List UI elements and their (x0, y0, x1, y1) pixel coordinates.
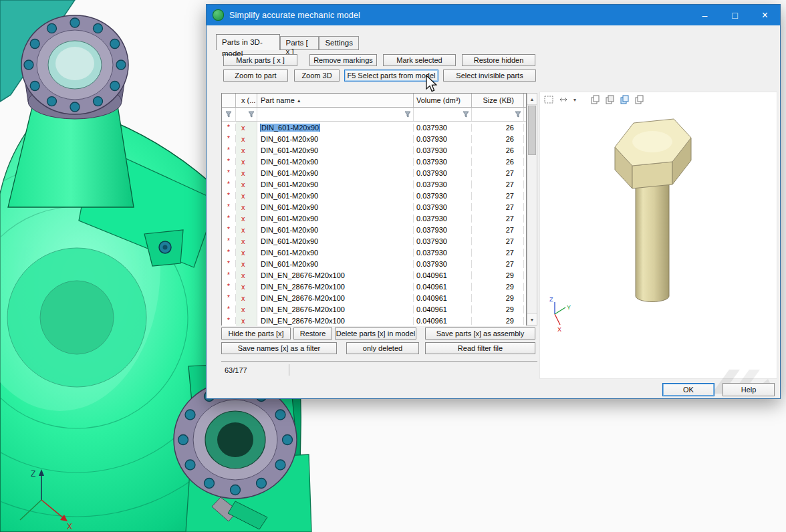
cell-marker[interactable]: * (222, 226, 236, 233)
cell-size[interactable]: 27 (472, 169, 524, 177)
cell-marker[interactable]: * (222, 169, 236, 176)
close-button[interactable]: × (750, 5, 780, 25)
select-parts-from-model-button[interactable]: F5 Select parts from model (344, 70, 438, 82)
cell-x[interactable]: x (236, 122, 257, 133)
cell-part-name[interactable]: DIN_601-M20x90 (257, 146, 414, 154)
remove-markings-button[interactable]: Remove markings (309, 54, 377, 66)
cell-volume[interactable]: 0.040961 (414, 305, 472, 313)
header-size[interactable]: Size (KB) (472, 94, 524, 107)
tab-parts-in-3d-model[interactable]: Parts in 3D-model (216, 34, 280, 50)
tab-parts-x[interactable]: Parts [ x ] (280, 36, 319, 49)
cell-size[interactable]: 27 (472, 226, 524, 234)
table-row[interactable]: *xDIN_EN_28676-M20x1000.04096129 (222, 292, 526, 303)
filter-size[interactable] (472, 108, 524, 121)
cell-marker[interactable]: * (222, 135, 236, 142)
filter-part-name[interactable] (257, 108, 414, 121)
table-row[interactable]: *xDIN_601-M20x900.03793026 (222, 122, 526, 133)
cell-volume[interactable]: 0.037930 (414, 203, 472, 211)
dropdown-caret-icon[interactable]: ▾ (571, 97, 579, 103)
cell-size[interactable]: 27 (472, 260, 524, 268)
cell-x[interactable]: x (236, 303, 257, 315)
table-row[interactable]: *xDIN_601-M20x900.03793027 (222, 190, 526, 201)
cell-volume[interactable]: 0.037930 (414, 169, 472, 177)
restore-button[interactable]: Restore (293, 327, 332, 340)
filter-marker[interactable] (222, 108, 236, 121)
header-x[interactable]: x (... (236, 94, 257, 107)
cell-size[interactable]: 26 (472, 135, 524, 143)
zoom-3d-button[interactable]: Zoom 3D (294, 70, 340, 82)
cell-part-name[interactable]: DIN_601-M20x90 (257, 180, 414, 188)
cell-volume[interactable]: 0.040961 (414, 317, 472, 325)
cell-volume[interactable]: 0.037930 (414, 180, 472, 188)
header-part-name[interactable]: Part name ▲ (257, 94, 414, 107)
cell-part-name[interactable]: DIN_601-M20x90 (257, 249, 414, 257)
cell-x[interactable]: x (236, 213, 257, 224)
cell-marker[interactable]: * (222, 249, 236, 256)
table-row[interactable]: *xDIN_601-M20x900.03793027 (222, 235, 526, 247)
cell-part-name[interactable]: DIN_601-M20x90 (257, 226, 414, 234)
table-row[interactable]: *xDIN_601-M20x900.03793027 (222, 258, 526, 269)
cell-x[interactable]: x (236, 156, 257, 167)
duplicate-view-icon[interactable] (603, 94, 618, 105)
cell-size[interactable]: 27 (472, 180, 524, 188)
hide-parts-button[interactable]: Hide the parts [x] (221, 327, 291, 340)
cell-x[interactable]: x (236, 315, 257, 326)
cell-x[interactable]: x (236, 269, 257, 281)
cell-marker[interactable]: * (222, 215, 236, 222)
filter-x[interactable] (236, 108, 257, 121)
cell-part-name[interactable]: DIN_EN_28676-M20x100 (257, 283, 414, 291)
copy-view-icon[interactable] (588, 94, 603, 105)
cell-x[interactable]: x (236, 281, 257, 292)
cell-x[interactable]: x (236, 178, 257, 190)
cell-part-name[interactable]: DIN_601-M20x90 (257, 169, 414, 177)
minimize-button[interactable]: – (690, 5, 720, 25)
cell-volume[interactable]: 0.037930 (414, 124, 472, 132)
cell-marker[interactable]: * (222, 192, 236, 199)
cell-marker[interactable]: * (222, 294, 236, 301)
cell-part-name[interactable]: DIN_601-M20x90 (257, 124, 414, 132)
cell-size[interactable]: 29 (472, 305, 524, 313)
cell-size[interactable]: 27 (472, 249, 524, 257)
cell-volume[interactable]: 0.037930 (414, 226, 472, 234)
cell-volume[interactable]: 0.037930 (414, 135, 472, 143)
table-row[interactable]: *xDIN_EN_28676-M20x1000.04096129 (222, 315, 526, 326)
cell-part-name[interactable]: DIN_EN_28676-M20x100 (257, 317, 414, 325)
header-marker[interactable] (222, 94, 236, 107)
cell-marker[interactable]: * (222, 158, 236, 165)
cell-size[interactable]: 29 (472, 294, 524, 302)
cell-volume[interactable]: 0.037930 (414, 260, 472, 268)
table-row[interactable]: *xDIN_EN_28676-M20x1000.04096129 (222, 281, 526, 292)
mark-selected-button[interactable]: Mark selected (383, 54, 456, 66)
cell-part-name[interactable]: DIN_EN_28676-M20x100 (257, 271, 414, 279)
cell-marker[interactable]: * (222, 124, 236, 131)
paste-view-active-icon[interactable] (618, 94, 632, 105)
read-filter-button[interactable]: Read filter file (425, 342, 535, 354)
table-row[interactable]: *xDIN_EN_28676-M20x1000.04096129 (222, 269, 526, 281)
cell-x[interactable]: x (236, 201, 257, 213)
cell-part-name[interactable]: DIN_601-M20x90 (257, 203, 414, 211)
tab-settings[interactable]: Settings (319, 36, 359, 49)
title-bar[interactable]: Simplify accurate mechanic model – □ × (207, 5, 780, 25)
cell-x[interactable]: x (236, 167, 257, 178)
ok-button[interactable]: OK (662, 383, 714, 396)
pan-arrows-icon[interactable] (556, 94, 571, 105)
cell-marker[interactable]: * (222, 260, 236, 267)
cell-part-name[interactable]: DIN_601-M20x90 (257, 215, 414, 223)
save-filter-button[interactable]: Save names [x] as a filter (221, 342, 337, 354)
table-row[interactable]: *xDIN_601-M20x900.03793027 (222, 167, 526, 178)
select-invisible-parts-button[interactable]: Select invisible parts (443, 70, 536, 82)
table-row[interactable]: *xDIN_601-M20x900.03793027 (222, 201, 526, 213)
cell-volume[interactable]: 0.040961 (414, 271, 472, 279)
cell-part-name[interactable]: DIN_601-M20x90 (257, 260, 414, 268)
cell-part-name[interactable]: DIN_601-M20x90 (257, 158, 414, 166)
paste-view-icon[interactable] (632, 94, 647, 105)
header-volume[interactable]: Volume (dm³) (414, 94, 472, 107)
cell-x[interactable]: x (236, 190, 257, 201)
cell-size[interactable]: 27 (472, 215, 524, 223)
cell-marker[interactable]: * (222, 146, 236, 154)
cell-size[interactable]: 27 (472, 237, 524, 245)
cell-x[interactable]: x (236, 292, 257, 303)
filter-volume[interactable] (414, 108, 472, 121)
table-row[interactable]: *xDIN_EN_28676-M20x1000.04096129 (222, 303, 526, 315)
zoom-to-part-button[interactable]: Zoom to part (223, 70, 288, 82)
